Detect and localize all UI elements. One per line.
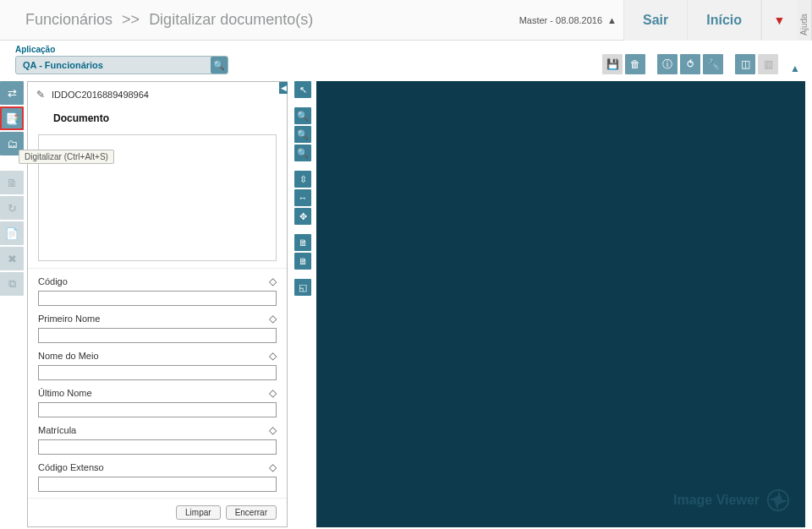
aperture-icon xyxy=(766,488,790,512)
field-label-nome-meio: Nome do Meio xyxy=(38,351,264,361)
toolbar-group-3: ◫ ▥ xyxy=(735,54,778,74)
tool-digitize-icon[interactable]: 📑 xyxy=(0,106,24,130)
tool-scan-icon[interactable]: ⇄ xyxy=(0,81,24,105)
dropdown-arrow-icon[interactable]: ▼ xyxy=(761,0,797,41)
eraser-icon[interactable]: ◇ xyxy=(269,313,277,324)
crop-icon[interactable]: ◱ xyxy=(294,279,311,296)
form-actions: Limpar Encerrar xyxy=(28,498,287,526)
eraser-icon[interactable]: ◇ xyxy=(269,387,277,399)
close-button[interactable]: Encerrar xyxy=(226,505,277,520)
left-tool-strip: ⇄ 📑 🗂 🗎 ↻ 📄 ✖ ⧉ xyxy=(0,79,25,529)
page-a-icon[interactable]: 🗎 xyxy=(294,234,311,251)
zoom-out-icon[interactable]: 🔍 xyxy=(294,126,311,143)
tool-add-page-icon[interactable]: 📄 xyxy=(0,221,24,245)
application-toolbar: Aplicação QA - Funcionários 🔍 💾 🗑 ⓘ ⥀ 🔧 … xyxy=(0,41,812,79)
field-input-matricula[interactable] xyxy=(38,439,277,455)
image-viewer[interactable]: Image Viewer xyxy=(316,81,805,527)
eraser-icon[interactable]: ◇ xyxy=(269,275,277,287)
document-panel: ◀ ✎ IDDOC2016889498964 Documento Código◇… xyxy=(27,81,288,527)
tool-remove-page-icon[interactable]: ✖ xyxy=(0,247,24,270)
fit-height-icon[interactable]: ⇳ xyxy=(294,171,311,188)
page-b-icon[interactable]: 🗎 xyxy=(294,253,311,270)
field-input-primeiro-nome[interactable] xyxy=(38,328,277,343)
viewer-tool-strip: ↖ 🔍 🔍 🔍 ⇳ ↔ ✥ 🗎 🗎 ◱ xyxy=(294,81,313,527)
user-icon: ▲ xyxy=(607,15,617,25)
help-tab[interactable]: Ajuda xyxy=(797,0,812,41)
viewer-watermark: Image Viewer xyxy=(673,488,790,512)
field-label-ultimo-nome: Último Nome xyxy=(38,388,264,398)
user-info: Master - 08.08.2016 ▲ xyxy=(519,15,617,25)
info-icon[interactable]: ⓘ xyxy=(657,54,678,74)
breadcrumb: Funcionários >> Digitalizar documento(s) xyxy=(25,11,519,29)
save-icon: 💾 xyxy=(602,54,623,74)
trash-icon[interactable]: 🗑 xyxy=(625,54,645,74)
fit-width-icon[interactable]: ↔ xyxy=(294,189,311,206)
field-input-codigo-extenso[interactable] xyxy=(38,477,277,492)
collapse-up-icon[interactable]: ▲ xyxy=(790,63,800,74)
doc-id: IDDOC2016889498964 xyxy=(52,90,149,100)
panel-collapse-icon[interactable]: ◀ xyxy=(279,82,288,94)
application-selected: QA - Funcionários xyxy=(23,60,211,70)
field-input-codigo[interactable] xyxy=(38,291,277,306)
clear-button[interactable]: Limpar xyxy=(176,505,221,520)
toolbar-group-1: 💾 🗑 xyxy=(602,54,645,74)
form-scroll[interactable]: Código◇ Primeiro Nome◇ Nome do Meio◇ Últ… xyxy=(28,268,287,498)
settings-icon[interactable]: 🔧 xyxy=(703,54,723,74)
tool-redo-icon[interactable]: ↻ xyxy=(0,196,24,220)
user-label: Master - 08.08.2016 xyxy=(519,15,602,25)
field-label-codigo-extenso: Código Extenso xyxy=(38,462,264,472)
layout-a-icon[interactable]: ◫ xyxy=(735,54,755,74)
field-input-nome-meio[interactable] xyxy=(38,365,277,380)
viewer-wrap: ↖ 🔍 🔍 🔍 ⇳ ↔ ✥ 🗎 🗎 ◱ Image Viewer xyxy=(288,79,812,529)
history-icon[interactable]: ⥀ xyxy=(680,54,700,74)
tooltip: Digitalizar (Ctrl+Alt+S) xyxy=(19,150,114,164)
eraser-icon[interactable]: ◇ xyxy=(269,350,277,362)
header-bar: Funcionários >> Digitalizar documento(s)… xyxy=(0,0,812,41)
watermark-text: Image Viewer xyxy=(673,493,760,508)
field-label-codigo: Código xyxy=(38,276,264,286)
doc-title: Documento xyxy=(28,107,287,131)
eraser-icon[interactable]: ◇ xyxy=(269,424,277,436)
pencil-icon[interactable]: ✎ xyxy=(36,89,45,101)
tool-merge-icon[interactable]: ⧉ xyxy=(0,272,24,296)
field-label-matricula: Matrícula xyxy=(38,425,264,435)
breadcrumb-root: Funcionários xyxy=(25,11,112,28)
tool-page-icon[interactable]: 🗎 xyxy=(0,171,24,194)
toolbar-group-2: ⓘ ⥀ 🔧 xyxy=(657,54,723,74)
home-button[interactable]: Início xyxy=(687,0,761,41)
application-label: Aplicação xyxy=(15,45,228,54)
layout-b-icon: ▥ xyxy=(758,54,778,74)
breadcrumb-page: Digitalizar documento(s) xyxy=(149,11,313,28)
main-area: ⇄ 📑 🗂 🗎 ↻ 📄 ✖ ⧉ Digitalizar (Ctrl+Alt+S)… xyxy=(0,79,812,529)
doc-id-row: ✎ IDDOC2016889498964 xyxy=(28,82,287,107)
field-label-primeiro-nome: Primeiro Nome xyxy=(38,314,264,324)
eraser-icon[interactable]: ◇ xyxy=(269,461,277,473)
pointer-icon[interactable]: ↖ xyxy=(294,81,311,98)
field-input-ultimo-nome[interactable] xyxy=(38,402,277,417)
pan-icon[interactable]: ✥ xyxy=(294,208,311,225)
application-select[interactable]: QA - Funcionários 🔍 xyxy=(15,56,228,74)
exit-button[interactable]: Sair xyxy=(623,0,687,41)
zoom-in-icon[interactable]: 🔍 xyxy=(294,107,311,124)
breadcrumb-sep: >> xyxy=(122,11,140,28)
search-icon[interactable]: 🔍 xyxy=(211,57,228,74)
zoom-region-icon[interactable]: 🔍 xyxy=(294,145,311,161)
